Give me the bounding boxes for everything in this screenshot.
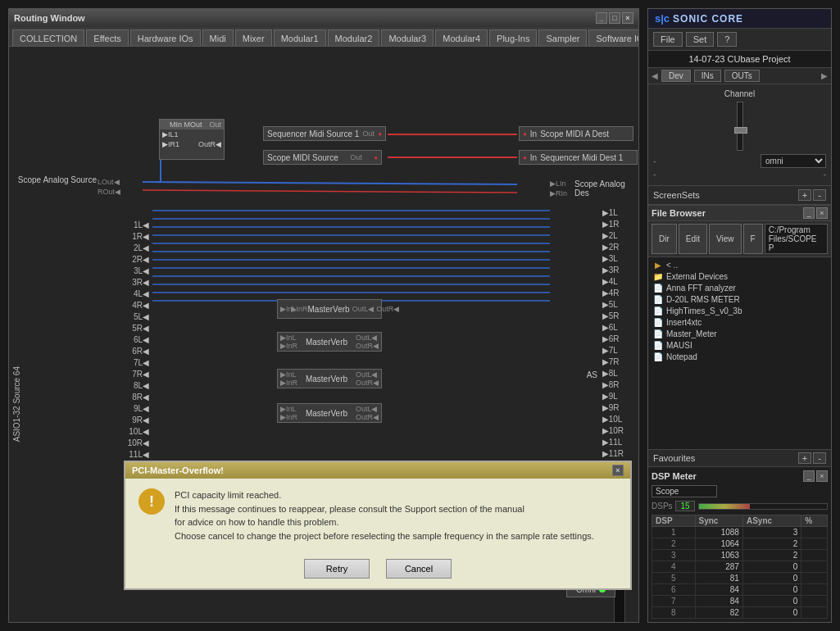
ch-row-9r: 9R◀	[9, 414, 152, 425]
fb-item-hightimes[interactable]: 📄 HighTimes_S_v0_3b	[650, 305, 829, 316]
file-mausi-icon: 📄	[653, 340, 663, 350]
fb-item-mausi[interactable]: 📄 MAUSI	[650, 339, 829, 351]
dsp-col-dsp: DSP	[652, 515, 696, 527]
tab-modular3[interactable]: Modular3	[381, 30, 434, 46]
tab-software-ios[interactable]: Software IOs	[588, 30, 638, 46]
tab-plugins[interactable]: Plug-Ins	[489, 30, 537, 46]
tab-effects[interactable]: Effects	[86, 30, 128, 46]
fader-track[interactable]	[737, 102, 743, 151]
dsp-cell-pct-7	[801, 596, 828, 607]
fb-f-button[interactable]: F	[743, 224, 763, 254]
fb-window-controls: _ ×	[803, 207, 828, 219]
ch-row-11l: 11L◀	[9, 448, 152, 460]
dev-tab[interactable]: Dev	[661, 70, 691, 82]
ins-tab[interactable]: INs	[694, 70, 721, 82]
tab-mixer[interactable]: Mixer	[235, 30, 272, 46]
retry-button[interactable]: Retry	[304, 559, 370, 579]
tab-collection[interactable]: COLLECTION	[12, 30, 84, 46]
fb-item-d20l[interactable]: 📄 D-20L RMS METER	[650, 293, 829, 305]
screensets-section: ScreenSets + -	[648, 186, 831, 205]
fb-view-button[interactable]: View	[709, 224, 742, 254]
dsp-cell-async-3: 2	[742, 550, 801, 561]
dsp-window-controls: _ ×	[803, 470, 828, 482]
fb-minimize-button[interactable]: _	[803, 207, 815, 219]
dsp-bar-row: DSPs 15	[652, 501, 828, 511]
pci-overflow-dialog: PCI-Master-Overflow! × ! PCI capacity li…	[124, 461, 632, 590]
dsp-scope-input[interactable]	[652, 485, 717, 497]
dsp-cell-async-6: 0	[742, 584, 801, 596]
favourites-remove-button[interactable]: -	[813, 452, 826, 464]
nav-arrow-right[interactable]: ▶	[821, 71, 828, 80]
dsp-minimize-button[interactable]: _	[803, 470, 815, 482]
tab-modular2[interactable]: Modular2	[328, 30, 380, 46]
dsp-cell-sync-8: 82	[695, 607, 742, 619]
fb-item-master-meter[interactable]: 📄 Master_Meter	[650, 328, 829, 339]
close-button[interactable]: ×	[622, 12, 633, 24]
mv4-outl: OutL◀	[356, 405, 379, 413]
dialog-line2: If this message continues to reappear, p…	[175, 502, 594, 516]
dialog-close-button[interactable]: ×	[612, 465, 624, 476]
cancel-button[interactable]: Cancel	[386, 559, 452, 579]
screensets-add-button[interactable]: +	[798, 189, 811, 201]
mv1-name: MasterVerb	[308, 305, 350, 314]
rch-4l: ▶4L	[599, 275, 627, 287]
ch-row-7r: 7R◀	[9, 368, 152, 379]
set-menu[interactable]: Set	[686, 32, 715, 47]
maximize-button[interactable]: □	[609, 12, 620, 24]
minimize-button[interactable]: _	[596, 12, 607, 24]
dsp-cell-async-4: 0	[742, 561, 801, 573]
fader-thumb[interactable]	[734, 127, 747, 134]
rch-4r: ▶4R	[599, 287, 627, 298]
dialog-content: ! PCI capacity limit reached. If this me…	[125, 479, 630, 552]
mv3-outr: OutR◀	[356, 379, 379, 387]
channel-row-2: - -	[653, 170, 826, 179]
fb-dir-button[interactable]: Dir	[652, 224, 677, 254]
ins-outs-bar: ◀ Dev INs OUTs ▶	[648, 68, 831, 84]
fb-item-insert4xtc-label: Insert4xtc	[666, 318, 702, 327]
dialog-title-text: PCI-Master-Overflow!	[132, 465, 224, 475]
ch-row-3l: 3L◀	[9, 265, 152, 276]
nav-arrow-left[interactable]: ◀	[652, 71, 658, 80]
fb-toolbar: Dir Edit View F C:/Program Files/SCOPE P	[648, 221, 831, 257]
ch-row-4l: 4L◀	[9, 288, 152, 299]
dsp-table-body: 1 1088 3 2 1064 2 3 1063 2 4 287 0 5 81 …	[652, 527, 828, 619]
tab-modular1[interactable]: Modular1	[274, 30, 326, 46]
tab-hardware-ios[interactable]: Hardware IOs	[130, 30, 201, 46]
fb-close-button[interactable]: ×	[816, 207, 828, 219]
left-channels-area: 1L◀ 1R◀ 2L◀ 2R◀ 3L◀ 3R◀ 4L◀ 4R◀ 5L◀ 5R◀ …	[9, 112, 152, 517]
help-menu[interactable]: ?	[717, 32, 737, 47]
sc-menu-bar: File Set ?	[648, 29, 831, 51]
fb-edit-button[interactable]: Edit	[679, 224, 707, 254]
dialog-line1: PCI capacity limit reached.	[175, 488, 594, 502]
tab-modular4[interactable]: Modular4	[435, 30, 488, 46]
outs-tab[interactable]: OUTs	[724, 70, 760, 82]
ch-row-2l: 2L◀	[9, 242, 152, 253]
dsp-close-button[interactable]: ×	[816, 470, 828, 482]
right-panel: s|c SONIC CORE File Set ? 14-07-23 CUbas…	[647, 8, 832, 623]
fb-item-notepad[interactable]: 📄 Notepad	[650, 351, 829, 362]
fb-item-insert4xtc[interactable]: 📄 Insert4xtc	[650, 316, 829, 328]
file-menu[interactable]: File	[653, 32, 683, 47]
scope-midi-dest-dot: ●	[523, 130, 527, 138]
window-title: Routing Window	[14, 13, 85, 23]
channel-omni-select[interactable]: omni	[761, 154, 826, 168]
dsp-row-8: 8 82 0	[652, 607, 828, 619]
channel-section-label: Channel	[653, 89, 826, 98]
dsp-meter: DSP Meter _ × DSPs 15 DSP Sync ASync %	[648, 466, 831, 622]
fb-item-external-devices[interactable]: 📁 External Devices	[650, 270, 829, 282]
dsp-cell-sync-2: 1064	[695, 538, 742, 550]
tab-midi[interactable]: Midi	[202, 30, 234, 46]
favourites-add-button[interactable]: +	[798, 452, 811, 464]
tab-sampler[interactable]: Sampler	[538, 30, 587, 46]
fb-item-up[interactable]: ▶ < ..	[650, 259, 829, 270]
file-browser: File Browser _ × Dir Edit View F C:/Prog…	[648, 205, 831, 466]
screensets-remove-button[interactable]: -	[813, 189, 826, 201]
seq-midi-dest-block: ● In Sequencer Midi Dest 1	[519, 150, 638, 165]
rch-10r: ▶10R	[599, 424, 627, 436]
fb-path[interactable]: C:/Program Files/SCOPE P	[765, 224, 828, 254]
dsp-row-3: 3 1063 2	[652, 550, 828, 561]
seq-midi-dest-dot: ●	[523, 154, 527, 161]
fb-item-anna-fft[interactable]: 📄 Anna FFT analyzer	[650, 282, 829, 293]
mv3-outl: OutL◀	[356, 370, 379, 379]
dsp-bar-track	[698, 503, 828, 510]
